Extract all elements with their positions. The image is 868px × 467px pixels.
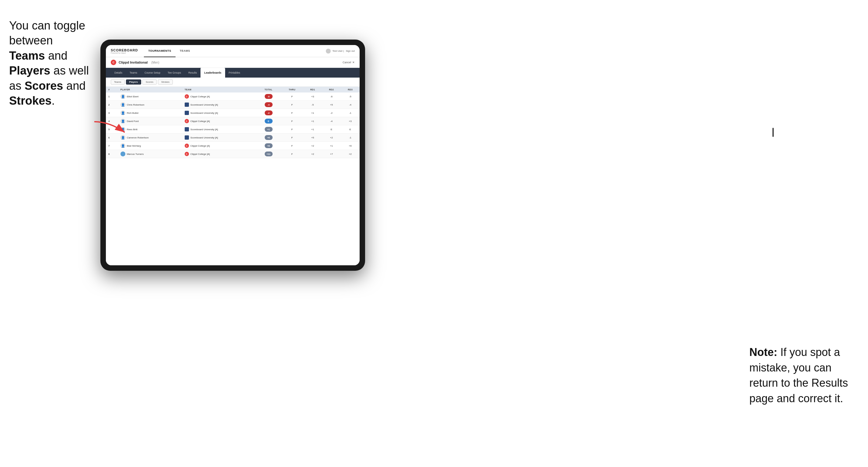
tab-printables[interactable]: Printables [225,68,244,77]
table-row: 2👤Chris RobertsonScoreboard University [… [106,101,360,109]
team-logo-sb [185,127,189,131]
logo-area: SCOREBOARD Powered by clippd [111,49,138,54]
tab-course-setup[interactable]: Course Setup [141,68,164,77]
cell-total: +1 [256,125,281,133]
team-logo-clippd: C [185,119,189,123]
player-name: Rich Butler [127,112,139,115]
tab-details[interactable]: Details [111,68,126,77]
players-table: # PLAYER TEAM TOTAL THRU RD1 RD2 RD3 1👤E… [106,87,360,158]
sub-tabs: Teams Players Scores Strokes [106,77,360,87]
logo-sub: Powered by clippd [111,52,138,54]
nav-link-teams[interactable]: TEAMS [176,45,194,57]
cell-rd2: +5 [322,101,341,109]
score-badge: +11 [265,152,273,156]
left-annotation: You can toggle between Teams and Players… [9,18,91,108]
team-name: Clippd College [A] [190,95,210,98]
cancel-label: Cancel [343,61,351,64]
cell-rd1: +2 [303,150,322,158]
cell-rank: 8 [106,150,118,158]
cell-total: +6 [256,133,281,142]
team-name: Scoreboard University [A] [190,128,218,131]
table-row: 6👤Cameron RobertsonScoreboard University… [106,133,360,142]
user-name: Test User | [333,50,344,52]
person-icon: 👤 [121,103,125,106]
score-badge: -8 [265,94,273,99]
team-logo-clippd: C [185,144,189,148]
cell-player: 👤Chris Robertson [118,101,182,109]
scores-bold: Scores [25,80,63,92]
tablet-device: SCOREBOARD Powered by clippd TOURNAMENTS… [100,39,365,271]
cell-rd3: +3 [341,117,360,125]
close-icon: ✕ [352,61,355,64]
sign-out-link[interactable]: Sign out [346,50,355,52]
tab-teams[interactable]: Teams [126,68,141,77]
cell-total: +8 [256,142,281,150]
cell-rd2: +1 [322,142,341,150]
col-rd2: RD2 [322,87,341,92]
cell-player: Marcus Turners [118,150,182,158]
person-icon: 👤 [121,95,125,98]
team-name: Clippd College [A] [190,153,210,155]
tabs-bar: Details Teams Course Setup Tee Groups Re… [106,68,360,77]
cell-total: -2 [256,109,281,117]
tablet-side-button [772,128,774,137]
cell-team: CClippd College [A] [182,92,256,101]
table-row: 5👤Rees BrittScoreboard University [A]+1F… [106,125,360,133]
cell-rd2: -6 [322,92,341,101]
user-avatar [326,49,331,54]
tab-tee-groups[interactable]: Tee Groups [164,68,185,77]
team-logo-sb [185,111,189,115]
sub-tab-strokes[interactable]: Strokes [158,80,173,85]
tab-leaderboards[interactable]: Leaderboards [200,68,225,77]
cell-player: 👤Elliot Ebert [118,92,182,101]
col-rank: # [106,87,118,92]
tournament-title-area: C Clippd Invitational (Men) [111,60,159,65]
cell-thru: F [281,142,303,150]
nav-link-tournaments[interactable]: TOURNAMENTS [144,45,175,57]
team-logo-clippd: C [185,152,189,156]
cell-thru: F [281,133,303,142]
tournament-logo: C [111,60,116,65]
score-badge: +6 [265,135,273,140]
right-annotation: Note: If you spot a mistake, you can ret… [749,345,856,406]
tournament-header: C Clippd Invitational (Men) Cancel ✕ [106,57,360,68]
cell-rd3: -4 [341,101,360,109]
sub-tab-players[interactable]: Players [126,80,141,85]
cell-rd1: +1 [303,117,322,125]
cell-rd3: +6 [341,142,360,150]
sub-tab-scores[interactable]: Scores [143,80,157,85]
cell-thru: F [281,150,303,158]
cell-rd2: E [322,125,341,133]
player-name: David Ford [127,120,139,123]
cell-team: Scoreboard University [A] [182,125,256,133]
tab-results[interactable]: Results [185,68,200,77]
cell-total: +11 [256,150,281,158]
leaderboard-table: # PLAYER TEAM TOTAL THRU RD1 RD2 RD3 1👤E… [106,87,360,265]
table-row: 8Marcus TurnersCClippd College [A]+11F+2… [106,150,360,158]
tournament-subtitle: (Men) [151,61,159,64]
cell-thru: F [281,92,303,101]
team-logo-sb [185,135,189,139]
cell-thru: F [281,125,303,133]
table-row: 4👤David FordCClippd College [A]EF+1-4+3 [106,117,360,125]
score-badge: +1 [265,127,273,132]
logo-text: SCOREBOARD [111,49,138,52]
nav-right: Test User | Sign out [326,49,355,54]
col-rd1: RD1 [303,87,322,92]
cell-rank: 7 [106,142,118,150]
cell-rd1: -5 [303,101,322,109]
cell-team: Scoreboard University [A] [182,133,256,142]
cell-rd1: +5 [303,133,322,142]
arrow-indicator [91,119,128,137]
score-badge: +8 [265,143,273,148]
cancel-button[interactable]: Cancel ✕ [343,61,355,64]
sub-tab-teams[interactable]: Teams [111,80,125,85]
cell-rd3: E [341,125,360,133]
cell-player: 👤Rich Butler [118,109,182,117]
cell-player: 👤Blair McHarg [118,142,182,150]
cell-rd1: +1 [303,125,322,133]
table-body: 1👤Elliot EbertCClippd College [A]-8F+3-6… [106,92,360,158]
cell-rank: 2 [106,101,118,109]
cell-rd2: -4 [322,117,341,125]
cell-thru: F [281,101,303,109]
